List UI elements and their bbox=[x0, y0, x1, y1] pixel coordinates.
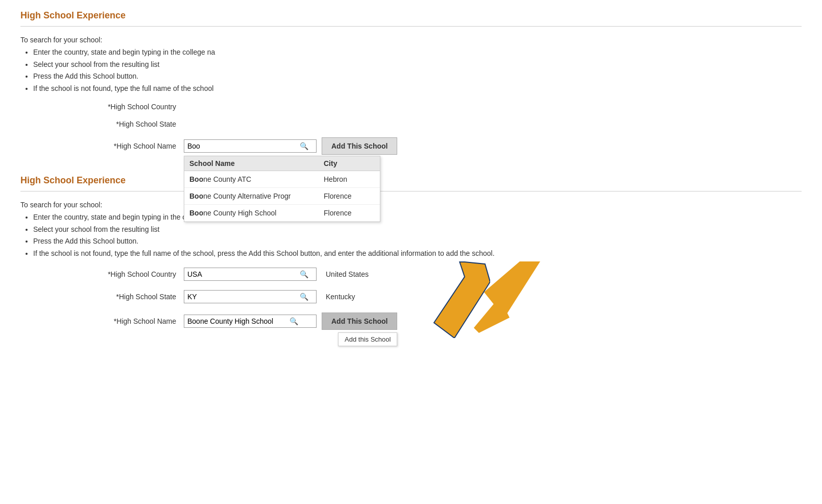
instruction-item: Press the Add this School button. bbox=[33, 70, 802, 83]
dropdown-prefix-2: Boo bbox=[189, 209, 203, 217]
state-row: *High School State bbox=[71, 120, 802, 128]
name-input-container-2: 🔍 bbox=[184, 315, 317, 328]
state-label: *High School State bbox=[71, 120, 184, 128]
state-label-2: *High School State bbox=[71, 293, 184, 301]
add-school-button-1[interactable]: Add This School bbox=[322, 137, 397, 155]
dropdown-rest-0: ne County ATC bbox=[203, 175, 251, 183]
dropdown-city-0: Hebron bbox=[324, 175, 375, 183]
arrow-pointer bbox=[388, 261, 490, 338]
section1: High School Experience To search for you… bbox=[20, 10, 802, 155]
dropdown-city-2: Florence bbox=[324, 209, 375, 217]
name-input-container: 🔍 bbox=[184, 139, 317, 153]
add-btn-wrap-2: Add This School Add this School bbox=[322, 313, 397, 330]
state-search-icon-2[interactable]: 🔍 bbox=[300, 293, 308, 301]
section2-divider bbox=[20, 191, 802, 191]
section1-instructions: To search for your school: Enter the cou… bbox=[20, 34, 802, 95]
dropdown-col-city: City bbox=[324, 159, 375, 167]
name-row-2: *High School Name 🔍 Add This School Add … bbox=[71, 313, 802, 330]
state-search-input-2[interactable] bbox=[187, 293, 300, 301]
dropdown-item-name-0: Boone County ATC bbox=[189, 175, 324, 183]
dropdown-header: School Name City bbox=[184, 156, 380, 171]
dropdown-rest-2: ne County High School bbox=[203, 209, 276, 217]
section1-title: High School Experience bbox=[20, 10, 802, 21]
dropdown-item-name-2: Boone County High School bbox=[189, 209, 324, 217]
section2-title: High School Experience bbox=[20, 175, 802, 186]
search-icon[interactable]: 🔍 bbox=[300, 142, 308, 150]
name-label-2: *High School Name bbox=[71, 317, 184, 325]
add-school-button-2[interactable]: Add This School bbox=[322, 313, 397, 330]
instruction2-item-1: Select your school from the resulting li… bbox=[33, 224, 802, 236]
instructions2-list: Enter the country, state and begin typin… bbox=[20, 211, 802, 260]
country-search-icon-2[interactable]: 🔍 bbox=[300, 270, 308, 278]
instruction-item: If the school is not found, type the ful… bbox=[33, 83, 802, 95]
section2-form: *High School Country 🔍 United States *Hi… bbox=[71, 268, 802, 330]
state-input-container-2: 🔍 bbox=[184, 290, 317, 303]
page-wrapper: High School Experience To search for you… bbox=[0, 0, 822, 355]
section2-instructions: To search for your school: Enter the cou… bbox=[20, 199, 802, 260]
state-note-2: Kentucky bbox=[326, 293, 355, 301]
section1-divider bbox=[20, 26, 802, 27]
dropdown-prefix-1: Boo bbox=[189, 192, 203, 200]
country-label: *High School Country bbox=[71, 103, 184, 111]
country-note-2: United States bbox=[326, 270, 369, 278]
state-input-wrap-2: 🔍 Kentucky bbox=[184, 290, 355, 303]
instructions-intro: To search for your school: bbox=[20, 34, 802, 46]
country-input-wrap-2: 🔍 United States bbox=[184, 268, 369, 281]
instructions-list: Enter the country, state and begin typin… bbox=[20, 46, 802, 95]
instruction2-item-2: Press the Add this School button. bbox=[33, 235, 802, 248]
name-search-icon-2[interactable]: 🔍 bbox=[289, 317, 298, 325]
country-input-container-2: 🔍 bbox=[184, 268, 317, 281]
country-row: *High School Country bbox=[71, 103, 802, 111]
arrow-pointer-svg bbox=[388, 261, 490, 338]
dropdown-city-1: Florence bbox=[324, 192, 375, 200]
country-search-input-2[interactable] bbox=[187, 270, 300, 278]
section1-form: *High School Country *High School State … bbox=[71, 103, 802, 155]
tooltip-add-school: Add this School bbox=[338, 332, 397, 346]
instructions2-intro: To search for your school: bbox=[20, 199, 802, 211]
instruction-item: Select your school from the resulting li… bbox=[33, 59, 802, 71]
dropdown-item-1[interactable]: Boone County Alternative Progr Florence bbox=[184, 188, 380, 205]
dropdown-col-name: School Name bbox=[189, 159, 324, 167]
dropdown-item-2[interactable]: Boone County High School Florence bbox=[184, 205, 380, 222]
country-label-2: *High School Country bbox=[71, 270, 184, 278]
instruction2-item-3: If the school is not found, type the ful… bbox=[33, 248, 802, 260]
section2: High School Experience To search for you… bbox=[20, 175, 802, 330]
instruction-item: Enter the country, state and begin typin… bbox=[33, 46, 802, 59]
instruction2-item-0: Enter the country, state and begin typin… bbox=[33, 211, 802, 224]
name-input-wrap: 🔍 Add This School bbox=[184, 137, 397, 155]
dropdown-prefix-0: Boo bbox=[189, 175, 203, 183]
name-label: *High School Name bbox=[71, 142, 184, 150]
autocomplete-dropdown: School Name City Boone County ATC Hebron… bbox=[184, 156, 380, 222]
dropdown-rest-1: ne County Alternative Progr bbox=[203, 192, 291, 200]
dropdown-item-0[interactable]: Boone County ATC Hebron bbox=[184, 171, 380, 188]
name-search-input[interactable] bbox=[187, 142, 300, 150]
name-row: *High School Name 🔍 Add This School Scho… bbox=[71, 137, 802, 155]
name-input-wrap-2: 🔍 Add This School Add this School bbox=[184, 313, 397, 330]
dropdown-item-name-1: Boone County Alternative Progr bbox=[189, 192, 324, 200]
name-search-input-2[interactable] bbox=[187, 317, 289, 325]
